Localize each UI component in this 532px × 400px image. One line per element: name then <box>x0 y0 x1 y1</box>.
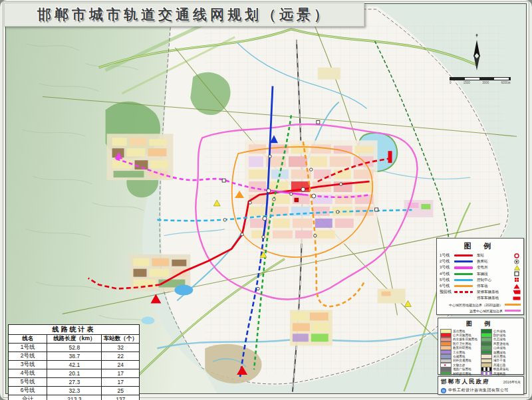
legend-line-row: 1号线 <box>440 252 477 258</box>
table-row: 1号线52.832 <box>9 344 140 352</box>
legend-line-row: 2号线 <box>440 258 477 264</box>
col-header-stations: 车站数（个） <box>102 335 140 344</box>
legend-symbol-row: 控制中心 <box>477 277 521 283</box>
landuse-label: 村庄用地 <box>493 355 505 358</box>
landuse-legend-title: 图 例 <box>440 320 521 328</box>
lu-right-swatch-10 <box>481 371 492 376</box>
scale-tick: 3000 <box>482 81 489 84</box>
lu-left-swatch-10 <box>440 371 452 376</box>
landuse-legend-panel: 图 例 居住用地公共设施用地商业服务设施用地医疗卫生用地教育科研用地工业用地仓储… <box>438 318 524 375</box>
company-logo-icon: 铁 <box>441 388 446 393</box>
landuse-label: 防护绿地 <box>493 334 505 337</box>
landuse-label: 道路广场用地 <box>453 367 471 371</box>
map-title-plate: 邯郸市城市轨道交通线网规划（远景） <box>4 3 364 27</box>
north-arrow-icon: ↟ <box>466 32 488 74</box>
landuse-label: 教育科研用地 <box>453 346 471 350</box>
stats-table-title: 线路统计表 <box>9 325 140 335</box>
parking-lot-icon <box>513 284 521 289</box>
line3-swatch <box>454 266 473 268</box>
legend-symbol-row: 车站 <box>477 252 521 258</box>
landuse-label: 公共设施用地 <box>453 334 471 337</box>
line5-swatch <box>454 279 473 281</box>
scale-tick: 0 <box>450 81 452 84</box>
scale-tick: 1500 <box>464 81 470 84</box>
table-row: 3号线42.124 <box>9 361 140 369</box>
landuse-label: 城市干道 <box>493 359 505 362</box>
landuse-legend-row: 高速铁路 <box>481 371 521 375</box>
landuse-label: 居住用地 <box>453 330 465 333</box>
table-row: 4号线20.117 <box>9 369 140 378</box>
landuse-label: 村镇建设用地 <box>453 372 471 375</box>
legend-symbol-row: 车辆段 <box>477 271 521 277</box>
col-header-line: 线名 <box>9 335 47 344</box>
landuse-label: 山体绿地 <box>493 346 505 350</box>
map-date: 2016年6月 <box>503 380 521 385</box>
page-title: 邯郸市城市轨道交通线网规划（远景） <box>37 5 331 24</box>
landuse-label: 风景游览地 <box>493 342 509 346</box>
substation-icon <box>513 265 521 270</box>
landuse-label: 对外交通用地 <box>453 359 471 362</box>
legend-boundary-row: 中心城区用地规划边界（2020远期） <box>440 302 521 308</box>
boundary-future-swatch <box>505 310 521 311</box>
legend-line-row: 4号线 <box>440 271 477 277</box>
landuse-label: 高速公路 <box>493 363 505 367</box>
line1-swatch <box>454 254 473 256</box>
table-row: 6号线32.325 <box>9 387 140 395</box>
stabling-base-icon <box>513 296 521 300</box>
legend-symbol-row: 停车场 <box>477 283 521 289</box>
scale-bar-graphic <box>450 77 511 80</box>
landuse-right-column: 公共绿地防护绿地生态绿地风景游览地山体绿地苗圃绿地村庄用地城市干道高速公路铁路及… <box>481 329 521 375</box>
line6-swatch <box>454 285 473 287</box>
company-name: 中铁工程设计咨询集团有限公司 <box>448 387 509 393</box>
table-row: 2号线38.722 <box>9 352 140 361</box>
legend-symbol-row: 变电所 <box>477 264 521 270</box>
line4-swatch <box>454 273 473 275</box>
landuse-label: 铁路及场站 <box>493 367 509 371</box>
table-row: 5号线27.317 <box>9 378 140 387</box>
landuse-label: 文物古迹 <box>453 363 465 367</box>
rail-legend-symbols-column: 车站 换乘站 变电所 车辆段 控制中心 停车场 架修车辆基地 停车车辆基地 <box>477 252 521 302</box>
rail-legend-title: 图 例 <box>440 241 521 251</box>
overhaul-base-icon <box>513 290 521 294</box>
legend-line-row: 6号线 <box>440 283 477 289</box>
control-center-icon <box>513 277 521 282</box>
legend-symbol-row: 换乘站 <box>477 258 521 264</box>
landuse-label: 公共绿地 <box>493 330 505 333</box>
legend-symbol-row: 架修车辆基地 <box>477 289 521 295</box>
legend-symbol-row: 停车车辆基地 <box>477 295 521 301</box>
landuse-label: 仓储用地 <box>453 355 465 358</box>
landuse-label: 工业用地 <box>453 351 465 354</box>
landuse-label: 医疗卫生用地 <box>453 342 471 346</box>
landuse-label: 商业服务设施用地 <box>453 338 477 341</box>
line-statistics-table: 线路统计表 线名 线路长度（km） 车站数（个） 1号线52.832 2号线38… <box>8 324 140 400</box>
svg-text:↟: ↟ <box>475 33 479 38</box>
legend-line-row: 预留线 <box>440 289 477 295</box>
transfer-station-icon <box>513 259 521 264</box>
legend-boundary-row: 远景中心城区规划边界 <box>440 308 521 314</box>
landuse-left-column: 居住用地公共设施用地商业服务设施用地医疗卫生用地教育科研用地工业用地仓储用地对外… <box>440 329 481 375</box>
scale-bar: 0 1500 3000 6000米 <box>450 74 511 84</box>
attribution-panel: 邯郸市人民政府 2016年6月 铁 中铁工程设计咨询集团有限公司 <box>438 376 524 395</box>
scale-tick: 6000米 <box>501 81 511 84</box>
line2-swatch <box>454 260 473 262</box>
table-row: 合计213.3137 <box>9 395 140 400</box>
depot-icon <box>513 271 521 276</box>
boundary-2020-swatch <box>505 304 521 305</box>
col-header-length: 线路长度（km） <box>47 335 102 344</box>
legend-line-row: 3号线 <box>440 264 477 270</box>
landuse-label: 苗圃绿地 <box>493 351 505 354</box>
rail-legend-lines-column: 1号线 2号线 3号线 4号线 5号线 6号线 预留线 <box>440 252 477 302</box>
reserved-line-swatch <box>454 291 473 293</box>
government-name: 邯郸市人民政府 <box>441 378 490 386</box>
legend-line-row: 5号线 <box>440 277 477 283</box>
landuse-label: 生态绿地 <box>493 338 505 341</box>
landuse-label: 高速铁路 <box>493 372 505 375</box>
station-icon <box>513 253 521 258</box>
landuse-legend-row: 村镇建设用地 <box>440 371 481 375</box>
rail-legend-panel: 图 例 1号线 2号线 3号线 4号线 5号线 6号线 预留线 车站 换乘站 变… <box>436 238 524 315</box>
map-sheet: 邯郸市城市轨道交通线网规划（远景） ↟ 0 1500 3000 6000米 图 … <box>0 0 532 400</box>
